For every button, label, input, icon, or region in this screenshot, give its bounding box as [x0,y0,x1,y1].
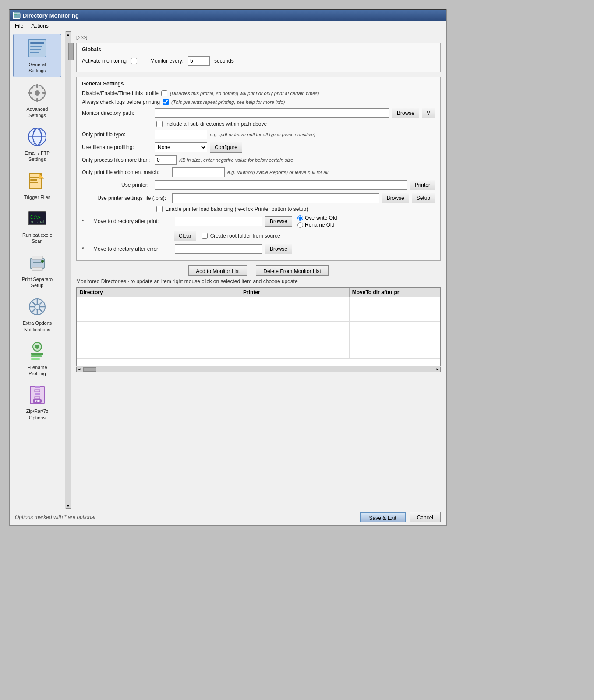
globals-row: Activate monitoring Monitor every: 5 sec… [82,56,435,66]
create-root-label: Create root folder from source [210,233,280,239]
only-process-note: KB in size, enter negative value for bel… [179,157,293,163]
add-to-monitor-button[interactable]: Add to Monitor List [188,265,247,276]
svg-rect-10 [36,98,38,102]
cancel-button[interactable]: Cancel [410,512,441,522]
v-button[interactable]: V [422,108,435,118]
filename-profiling-label: Use filename profiling: [82,144,152,150]
sidebar-label-trigger-files: Trigger Files [24,194,51,200]
table-scrollbar-horiz[interactable]: ◄ ► [76,366,441,372]
breadcrumb: [>>>] [76,35,441,40]
printer-settings-input[interactable] [172,193,379,203]
sidebar-item-zip-options[interactable]: ZIP Zip/Rar/7zOptions [13,381,61,423]
setup-button[interactable]: Setup [412,193,435,203]
overwrite-label: Overwrite Old [305,215,337,221]
sidebar-item-email-ftp[interactable]: Email / FTPSettings [13,123,61,165]
main-content: GeneralSettings [10,31,446,509]
svg-rect-52 [35,397,40,399]
sidebar-item-extra-options[interactable]: Extra OptionsNotifications [13,293,61,335]
sidebar-label-general-settings: GeneralSettings [28,61,46,74]
sidebar-label-print-separator: Print SeparatoSetup [22,276,53,289]
sidebar-scrollbar[interactable]: ▲ ▼ [65,31,71,509]
monitored-directories-table-container: Directory Printer MoveTo dir after pri [76,287,441,366]
sidebar: GeneralSettings [10,31,65,509]
svg-rect-51 [35,393,40,395]
monitored-directories-tbody [77,297,440,359]
sidebar-item-run-bat[interactable]: C:\> run.bat Run bat.exe cScan [13,205,61,247]
printer-label: Use printer: [82,182,152,188]
globals-title: Globals [82,46,435,53]
sidebar-label-email-ftp: Email / FTPSettings [25,150,50,163]
sidebar-scroll-thumb[interactable] [68,43,74,60]
sidebar-scroll-up[interactable]: ▲ [66,31,71,37]
svg-point-34 [35,304,40,309]
only-print-type-row: Only print file type: e.g. .pdf or leave… [82,130,435,139]
monitor-every-label: Monitor every: [150,58,184,64]
scroll-left-arrow[interactable]: ◄ [76,367,82,372]
delete-from-monitor-button[interactable]: Delete From Monitor List [256,265,328,276]
content-match-input[interactable] [172,167,225,177]
scroll-thumb-horiz[interactable] [83,367,96,372]
disable-enable-checkbox[interactable] [161,90,167,96]
move-after-print-input[interactable] [175,217,262,226]
monitor-list-buttons: Add to Monitor List Delete From Monitor … [76,265,441,276]
load-balancing-checkbox[interactable] [156,206,163,212]
sidebar-container: GeneralSettings [10,31,71,509]
col-directory: Directory [77,288,240,297]
activate-checkbox[interactable] [131,58,137,64]
scroll-right-arrow[interactable]: ► [435,367,441,372]
configure-button[interactable]: Configure [210,142,242,153]
sidebar-label-run-bat: Run bat.exe cScan [22,232,52,245]
monitor-dir-row: Monitor directory path: Browse V [82,108,435,118]
sidebar-item-trigger-files[interactable]: Trigger Files [13,167,61,203]
monitor-list-note: Monitored Directories · to update an ite… [76,278,441,284]
general-settings-icon [26,37,49,60]
status-text: Options marked with * are optional [15,514,95,520]
empty-row-5 [77,346,440,359]
include-sub-checkbox[interactable] [156,121,163,127]
printer-button[interactable]: Printer [410,180,435,190]
svg-text:ZIP: ZIP [35,399,40,403]
only-process-input[interactable] [155,155,177,165]
sidebar-item-general-settings[interactable]: GeneralSettings [13,34,61,77]
menu-file[interactable]: File [11,22,27,30]
menu-actions[interactable]: Actions [28,22,52,30]
always-check-checkbox[interactable] [163,99,169,105]
svg-rect-1 [14,14,17,15]
main-window: Directory Monitoring File Actions [9,9,447,526]
move-after-error-input[interactable] [175,244,262,254]
svg-rect-5 [30,49,41,50]
filename-profiling-select[interactable]: None [155,142,207,152]
printer-input[interactable] [155,180,407,190]
overwrite-radio[interactable] [297,215,303,221]
always-check-row: Always check logs before printing (This … [82,99,435,105]
svg-rect-47 [31,358,40,360]
browse-dir-button[interactable]: Browse [392,108,419,118]
sidebar-scroll-down[interactable]: ▼ [66,503,71,509]
clear-button[interactable]: Clear [174,231,196,241]
browse-prs-button[interactable]: Browse [382,193,409,203]
advanced-settings-icon [26,82,49,104]
rename-label: Rename Old [305,222,334,228]
include-sub-label: Include all sub directories within path … [165,121,267,127]
save-exit-button[interactable]: Save & Exit [360,512,406,522]
sidebar-item-advanced-settings[interactable]: AdvancedSettings [13,79,61,121]
title-bar: Directory Monitoring [10,10,446,21]
svg-rect-22 [30,179,37,181]
monitor-dir-label: Monitor directory path: [82,110,152,116]
svg-rect-4 [30,46,42,47]
rename-radio[interactable] [297,222,303,228]
monitor-dir-input[interactable] [155,108,389,118]
only-print-type-input[interactable] [155,130,207,139]
run-bat-icon: C:\> run.bat [26,207,49,230]
sidebar-item-filename-profiling[interactable]: FilenameProfiling [13,337,61,380]
content-match-note: e.g. /Author(Oracle Reports) or leave nu… [227,170,329,175]
svg-rect-46 [31,355,42,357]
move-after-print-browse[interactable]: Browse [265,216,292,227]
sidebar-label-extra-options: Extra OptionsNotifications [23,320,52,333]
monitor-every-input[interactable]: 5 [188,56,210,66]
create-root-checkbox[interactable] [202,233,208,239]
general-settings-section: General Settings Disable/Enable/Timed th… [76,77,441,261]
move-after-error-browse[interactable]: Browse [265,244,292,254]
sidebar-item-print-separator[interactable]: Print SeparatoSetup [13,249,61,291]
overwrite-row: Overwrite Old [297,215,337,221]
